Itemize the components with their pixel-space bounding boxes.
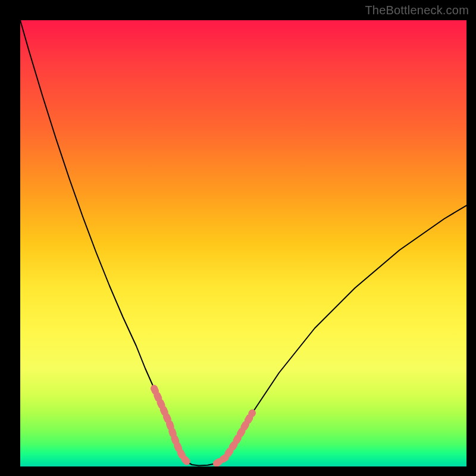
chart-container: TheBottleneck.com — [0, 0, 476, 476]
watermark-text: TheBottleneck.com — [365, 4, 469, 17]
curve-path — [20, 20, 466, 466]
highlight-segment — [217, 413, 252, 464]
highlight-group — [154, 389, 252, 464]
curve-svg — [20, 20, 466, 466]
highlight-segment — [154, 389, 187, 463]
plot-area — [20, 20, 466, 466]
